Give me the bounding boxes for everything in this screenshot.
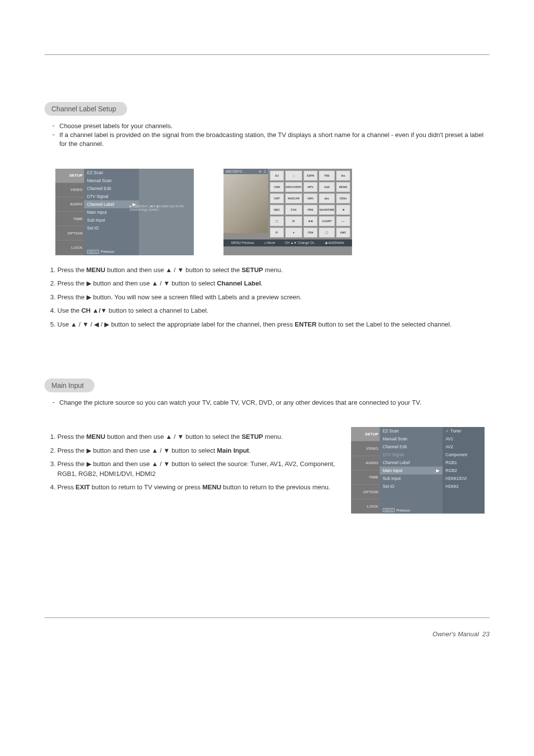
- step: Press the MENU button and then use ▲ / ▼…: [57, 265, 490, 275]
- step: Press EXIT button to return to TV viewin…: [57, 482, 336, 492]
- osd-sidebar: SETUP VIDEO AUDIO TIME OPTION LOCK: [351, 427, 380, 514]
- logo-grid: DJ ⌂ ESPN TBS tbs CNN DISCOVERY MTV A&E …: [268, 169, 352, 239]
- osd-menu-column: EZ Scan Manual Scan Channel Edit DTV Sig…: [380, 427, 443, 514]
- submenu-hdmi2: HDMI2: [443, 482, 485, 490]
- logo-cell: tbs: [336, 171, 350, 181]
- menu-channel-edit: Channel Edit: [380, 443, 443, 451]
- section1-title: Channel Label Setup: [44, 102, 127, 116]
- sidebar-time: TIME: [55, 212, 84, 226]
- logo-cell: NBC: [270, 205, 284, 215]
- menu-manual-scan: Manual Scan: [380, 435, 443, 443]
- logo-cell: TBS: [319, 171, 335, 181]
- osd-hint: ▶Selection (◀ or ▶) leads you to the cha…: [130, 204, 189, 212]
- menu-ez-scan: EZ Scan: [380, 427, 443, 435]
- sidebar-video: VIDEO: [55, 183, 84, 197]
- logo-cell: HBO: [304, 193, 317, 203]
- logo-cell: ★★: [304, 216, 317, 226]
- logo-cell: DISCOVERY: [285, 182, 302, 192]
- logo-cell: —: [336, 216, 350, 226]
- menu-main-input: Main Input▶: [380, 467, 443, 474]
- osd-setup-main-input: SETUP VIDEO AUDIO TIME OPTION LOCK EZ Sc…: [351, 427, 485, 514]
- sidebar-video: VIDEO: [351, 441, 380, 456]
- menu-ez-scan: EZ Scan: [84, 169, 139, 177]
- menu-channel-label: Channel Label: [380, 459, 443, 467]
- step: Use the CH ▲/▼ button to select a channe…: [57, 306, 490, 316]
- menu-dtv-signal: DTV Signal: [380, 451, 443, 459]
- sidebar-setup: SETUP: [351, 427, 380, 441]
- logo-cell: DJ: [270, 171, 284, 181]
- logo-cell: E!: [285, 216, 302, 226]
- section2-steps: Press the MENU button and then use ▲ / ▼…: [57, 432, 336, 492]
- logo-cell: MTV: [304, 182, 317, 192]
- menu-set-id: Set ID: [84, 224, 139, 232]
- section1-intro: -Choose preset labels for your channels.…: [44, 122, 490, 149]
- logo-cell: NASCAR: [285, 193, 302, 203]
- logo-cell: FOX: [285, 205, 302, 215]
- sidebar-audio: AUDIO: [55, 197, 84, 212]
- submenu-rgb2: RGB2: [443, 467, 485, 474]
- logo-cell: NEWS: [336, 182, 350, 192]
- menu-footer: MENUPrevious: [380, 507, 443, 514]
- submenu-rgb1: RGB1: [443, 459, 485, 467]
- submenu-av1: AV1: [443, 435, 485, 443]
- submenu-av2: AV2: [443, 443, 485, 451]
- menu-footer: MENUPrevious: [84, 248, 139, 255]
- logo-cell: ⟳: [270, 228, 284, 237]
- sidebar-option: OPTION: [55, 226, 84, 240]
- osd-label-picker: ABCDEFG 6 - 1 DJ ⌂ ESPN TBS tbs CNN DISC…: [223, 169, 352, 255]
- step: Press the MENU button and then use ▲ / ▼…: [57, 432, 336, 442]
- top-rule: [44, 54, 490, 55]
- preview-image: [223, 174, 268, 233]
- logo-cell: COURT: [319, 216, 335, 226]
- logo-cell: AMC: [336, 228, 350, 237]
- menu-dtv-signal: DTV Signal: [84, 192, 139, 200]
- logo-cell: ●: [285, 228, 302, 237]
- step: Press the ▶ button and then use ▲ / ▼ bu…: [57, 446, 336, 456]
- sidebar-option: OPTION: [351, 485, 380, 499]
- logo-cell: PBS: [304, 205, 317, 215]
- sidebar-time: TIME: [351, 471, 380, 485]
- logo-cell: CNN: [270, 182, 284, 192]
- menu-manual-scan: Manual Scan: [84, 177, 139, 185]
- step: Press the ▶ button and then use ▲ / ▼ bu…: [57, 459, 336, 478]
- submenu-tuner: Tuner: [443, 427, 485, 435]
- sidebar-lock: LOCK: [351, 499, 380, 514]
- logo-cell: ESPN: [304, 171, 317, 181]
- bottom-rule: [44, 617, 490, 618]
- step: Use ▲ / ▼ / ◀ / ▶ button to select the a…: [57, 320, 490, 330]
- logo-cell: CBS●: [336, 193, 350, 203]
- logo-cell: SHOWTIME: [319, 205, 335, 215]
- logo-cell: abc: [319, 193, 335, 203]
- logo-cell: ⬚: [270, 216, 284, 226]
- menu-sub-input: Sub Input: [84, 216, 139, 224]
- submenu-hdmi1: HDMI1/DVI: [443, 474, 485, 482]
- channel-preview: ABCDEFG 6 - 1: [223, 169, 268, 233]
- osd-sidebar: SETUP VIDEO AUDIO TIME OPTION LOCK: [55, 169, 84, 255]
- label-osd-footer: MENU Previous ◇ Move CH ▲▼ Change Ch. ◉ …: [223, 239, 352, 246]
- logo-cell: A&E: [319, 182, 335, 192]
- osd-setup-channel-label: SETUP VIDEO AUDIO TIME OPTION LOCK EZ Sc…: [55, 169, 194, 255]
- menu-channel-edit: Channel Edit: [84, 185, 139, 192]
- logo-cell: ★: [336, 205, 350, 215]
- section1-steps: Press the MENU button and then use ▲ / ▼…: [57, 265, 490, 330]
- logo-cell: ⌂: [285, 171, 302, 181]
- menu-set-id: Set ID: [380, 482, 443, 490]
- sidebar-audio: AUDIO: [351, 456, 380, 471]
- sidebar-lock: LOCK: [55, 240, 84, 255]
- sidebar-setup: SETUP: [55, 169, 84, 183]
- section2-intro: -Change the picture source so you can wa…: [44, 398, 490, 407]
- step: Press the ▶ button. You will now see a s…: [57, 292, 490, 302]
- osd-submenu-column: Tuner AV1 AV2 Component RGB1 RGB2 HDMI1/…: [443, 427, 485, 514]
- logo-cell: ⬚: [319, 228, 335, 237]
- logo-cell: FSN: [304, 228, 317, 237]
- page-footer: Owner's Manual 23: [44, 617, 490, 638]
- section2-title: Main Input: [44, 378, 94, 392]
- submenu-component: Component: [443, 451, 485, 459]
- menu-sub-input: Sub Input: [380, 474, 443, 482]
- step: Press the ▶ button and then use ▲ / ▼ bu…: [57, 279, 490, 288]
- logo-cell: CMT: [270, 193, 284, 203]
- preview-channel-name: ABCDEFG: [225, 170, 242, 173]
- preview-channel-num: 6 - 1: [259, 170, 266, 173]
